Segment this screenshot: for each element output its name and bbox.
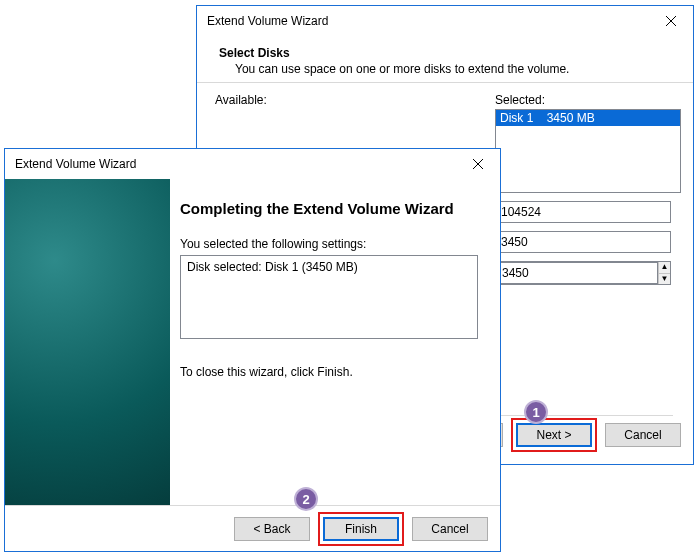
selected-label: Selected: bbox=[495, 93, 681, 107]
available-label: Available: bbox=[215, 93, 481, 107]
summary-box: Disk selected: Disk 1 (3450 MB) bbox=[180, 255, 478, 339]
cancel-button-front[interactable]: Cancel bbox=[412, 517, 488, 541]
step-badge-2: 2 bbox=[294, 487, 318, 511]
highlight-next: Next > bbox=[511, 418, 597, 452]
max-space-field[interactable] bbox=[495, 231, 671, 253]
total-size-field[interactable] bbox=[495, 201, 671, 223]
wizard-heading: Completing the Extend Volume Wizard bbox=[180, 199, 478, 219]
titlebar-front[interactable]: Extend Volume Wizard bbox=[5, 149, 500, 179]
space-amount-input[interactable] bbox=[496, 262, 658, 284]
spinner-up-icon[interactable]: ▲ bbox=[659, 262, 670, 274]
page-description: You can use space on one or more disks t… bbox=[235, 62, 675, 76]
summary-label: You selected the following settings: bbox=[180, 237, 478, 251]
close-button-front[interactable] bbox=[456, 149, 500, 179]
back-button[interactable]: < Back bbox=[234, 517, 310, 541]
close-button-back[interactable] bbox=[649, 6, 693, 36]
titlebar-back[interactable]: Extend Volume Wizard bbox=[197, 6, 693, 36]
window-title: Extend Volume Wizard bbox=[207, 14, 328, 28]
step-badge-1: 1 bbox=[524, 400, 548, 424]
next-button[interactable]: Next > bbox=[516, 423, 592, 447]
summary-text: Disk selected: Disk 1 (3450 MB) bbox=[187, 260, 471, 274]
finish-button[interactable]: Finish bbox=[323, 517, 399, 541]
close-icon bbox=[666, 16, 676, 26]
page-title: Select Disks bbox=[219, 46, 675, 60]
spinner-down-icon[interactable]: ▼ bbox=[659, 274, 670, 285]
selected-listbox[interactable]: Disk 1 3450 MB bbox=[495, 109, 681, 193]
wizard-sidebar-graphic bbox=[5, 179, 170, 505]
close-icon bbox=[473, 159, 483, 169]
cancel-button-back[interactable]: Cancel bbox=[605, 423, 681, 447]
space-amount-spinner[interactable]: ▲ ▼ bbox=[495, 261, 671, 285]
closing-text: To close this wizard, click Finish. bbox=[180, 365, 478, 379]
highlight-finish: Finish bbox=[318, 512, 404, 546]
completing-wizard-window: Extend Volume Wizard Completing the Exte… bbox=[4, 148, 501, 552]
window-title: Extend Volume Wizard bbox=[15, 157, 136, 171]
selected-disk-item[interactable]: Disk 1 3450 MB bbox=[496, 110, 680, 126]
